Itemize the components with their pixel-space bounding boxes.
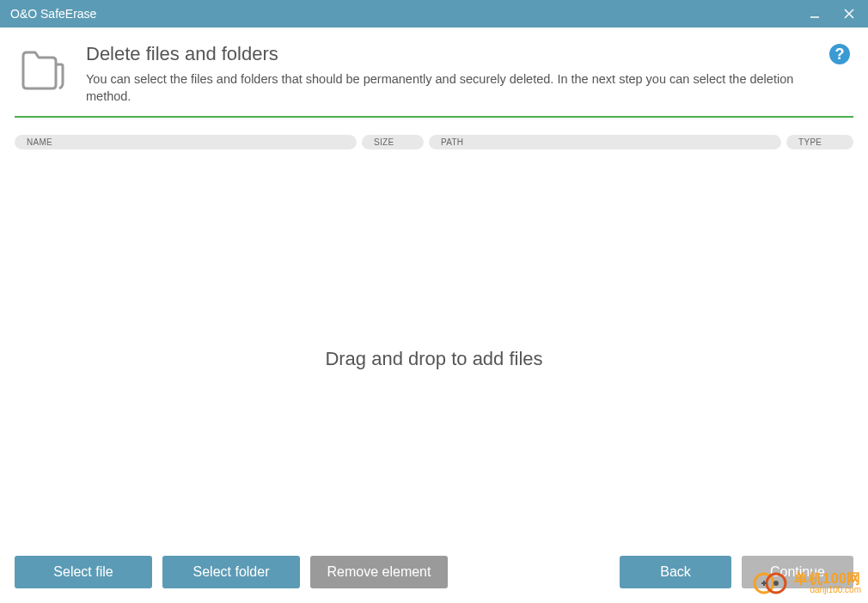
column-type[interactable]: TYPE [786, 135, 853, 149]
table-header: NAME SIZE PATH TYPE [0, 118, 868, 149]
svg-text:?: ? [835, 46, 845, 63]
back-button[interactable]: Back [620, 556, 731, 588]
column-size[interactable]: SIZE [362, 135, 424, 149]
page-title: Delete files and folders [86, 43, 811, 65]
minimize-button[interactable] [806, 5, 823, 22]
window-controls [806, 5, 858, 22]
minimize-icon [810, 9, 820, 19]
folder-icon [17, 43, 69, 94]
titlebar: O&O SafeErase [0, 0, 868, 27]
dropzone-text: Drag and drop to add files [325, 348, 542, 370]
page-header: Delete files and folders You can select … [0, 27, 868, 116]
close-button[interactable] [840, 5, 858, 22]
column-path[interactable]: PATH [429, 135, 781, 149]
remove-element-button[interactable]: Remove element [310, 556, 448, 588]
footer: Select file Select folder Remove element… [0, 556, 868, 603]
dropzone[interactable]: Drag and drop to add files [0, 149, 868, 569]
help-button[interactable]: ? [828, 43, 851, 65]
continue-button[interactable]: Continue [742, 556, 853, 588]
footer-spacer [458, 556, 609, 588]
select-file-button[interactable]: Select file [15, 556, 152, 588]
page-subtitle: You can select the files and folders tha… [86, 70, 811, 106]
header-text: Delete files and folders You can select … [86, 43, 811, 106]
window-title: O&O SafeErase [10, 7, 806, 21]
help-icon: ? [828, 43, 851, 65]
close-icon [844, 9, 854, 19]
content-area: Drag and drop to add files [0, 149, 868, 569]
select-folder-button[interactable]: Select folder [162, 556, 300, 588]
column-name[interactable]: NAME [15, 135, 357, 149]
